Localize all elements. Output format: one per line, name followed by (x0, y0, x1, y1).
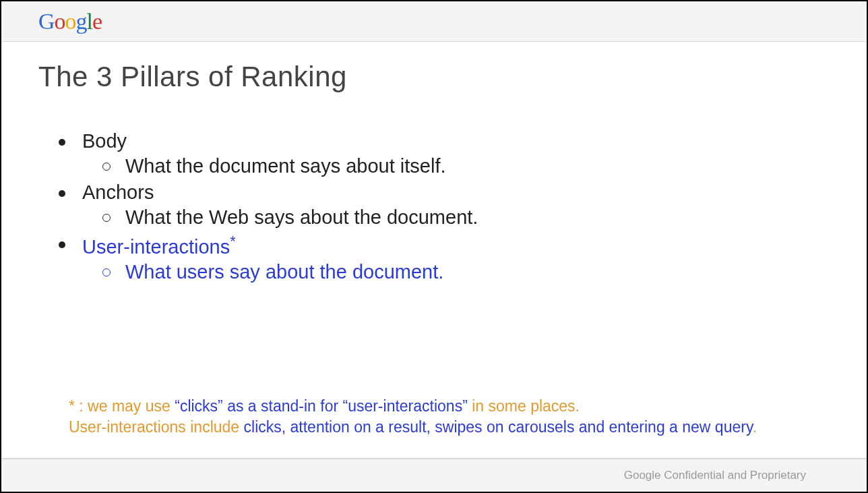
pillar-anchors-desc: What the Web says about the document. (102, 206, 830, 229)
pillar-user-interactions-sublist: What users say about the document. (82, 261, 830, 283)
slide-body: The 3 Pillars of Ranking Body What the d… (1, 42, 867, 458)
footer-text: Google Confidential and Proprietary (624, 469, 806, 482)
pillar-body: Body What the document says about itself… (59, 130, 830, 177)
logo-letter-l: l (87, 9, 92, 34)
footnote-seg-6: . (753, 418, 757, 436)
footer-bar: Google Confidential and Proprietary (1, 458, 867, 492)
pillar-body-sublist: What the document says about itself. (82, 155, 830, 177)
slide-title: The 3 Pillars of Ranking (38, 61, 830, 93)
pillar-anchors: Anchors What the Web says about the docu… (59, 181, 830, 229)
pillar-anchors-title: Anchors (82, 181, 154, 203)
logo-letter-o2: o (65, 9, 76, 34)
footnote-seg-1: * : we may use (69, 397, 175, 415)
pillars-list: Body What the document says about itself… (38, 130, 830, 287)
logo-letter-e: e (92, 9, 102, 34)
slide-frame: Google The 3 Pillars of Ranking Body Wha… (0, 0, 868, 493)
pillar-user-interactions-title: User-interactions (82, 236, 230, 258)
header-bar: Google (1, 1, 867, 42)
pillar-user-interactions-desc: What users say about the document. (102, 261, 830, 283)
footnote-seg-4: User-interactions include (69, 418, 244, 436)
asterisk-icon: * (230, 233, 235, 250)
google-logo: Google (38, 9, 102, 34)
pillar-body-title: Body (82, 130, 127, 152)
footnote-seg-2: “clicks” as a stand-in for “user-interac… (175, 397, 468, 415)
pillar-body-desc: What the document says about itself. (102, 155, 830, 177)
logo-letter-g2: g (76, 9, 87, 34)
pillar-anchors-sublist: What the Web says about the document. (82, 206, 830, 229)
footnote-seg-3: in some places. (468, 397, 580, 415)
footnote-seg-5: clicks, attention on a result, swipes on… (244, 418, 753, 436)
logo-letter-g1: G (38, 9, 55, 34)
pillar-user-interactions: User-interactions* What users say about … (59, 233, 830, 283)
footnote: * : we may use “clicks” as a stand-in fo… (69, 396, 786, 438)
logo-letter-o1: o (55, 9, 65, 34)
